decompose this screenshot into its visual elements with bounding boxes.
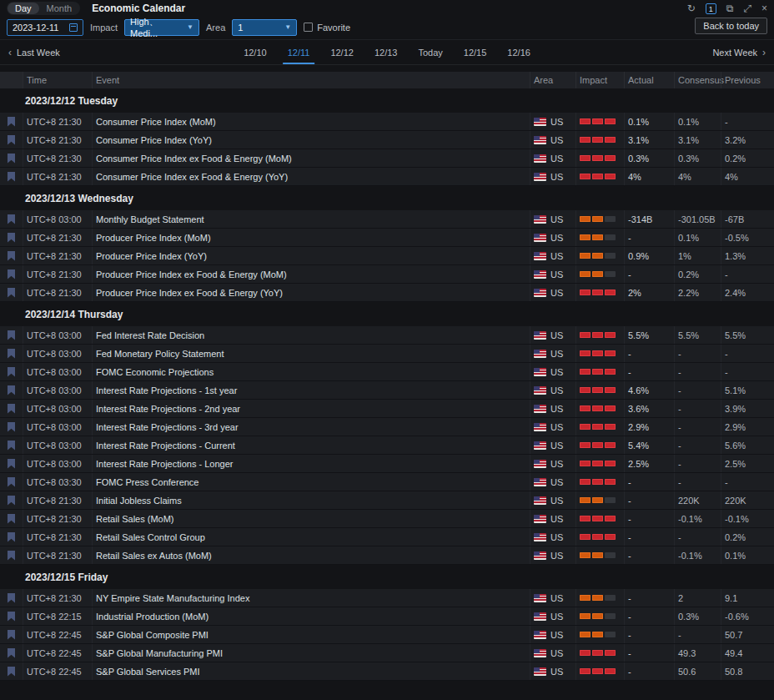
event-row[interactable]: UTC+8 22:45 S&P Global Services PMI US -… bbox=[0, 662, 774, 681]
bookmark-icon[interactable] bbox=[8, 367, 15, 377]
event-row[interactable]: UTC+8 21:30 NY Empire State Manufacturin… bbox=[0, 589, 774, 607]
bookmark-icon[interactable] bbox=[8, 593, 15, 603]
expand-window-icon[interactable]: ⤢ bbox=[743, 3, 751, 13]
event-row[interactable]: UTC+8 03:00 FOMC Economic Projections US… bbox=[0, 363, 774, 381]
bookmark-icon[interactable] bbox=[8, 251, 15, 261]
week-day-tab[interactable]: 12/11 bbox=[288, 41, 310, 64]
impact-bar-red bbox=[592, 155, 603, 161]
layout-count-icon[interactable]: 1 bbox=[706, 3, 716, 14]
week-day-tab[interactable]: Today bbox=[418, 41, 442, 64]
area-filter-select[interactable]: 1 ▼ bbox=[232, 19, 297, 36]
bookmark-icon[interactable] bbox=[8, 551, 15, 561]
actual-value: -314B bbox=[624, 210, 674, 228]
previous-value: - bbox=[721, 473, 774, 491]
bookmark-icon[interactable] bbox=[8, 612, 15, 622]
event-row[interactable]: UTC+8 03:00 Fed Monetary Policy Statemen… bbox=[0, 345, 774, 363]
week-day-tab[interactable]: 12/13 bbox=[374, 41, 398, 64]
impact-filter-select[interactable]: High、Medi... ▼ bbox=[124, 19, 199, 36]
favorite-checkbox[interactable] bbox=[304, 23, 313, 32]
bookmark-icon[interactable] bbox=[8, 532, 15, 542]
tab-month[interactable]: Month bbox=[39, 3, 80, 14]
event-row[interactable]: UTC+8 03:00 Fed Interest Rate Decision U… bbox=[0, 326, 774, 345]
bookmark-icon[interactable] bbox=[8, 154, 15, 164]
event-row[interactable]: UTC+8 21:30 Consumer Price Index (YoY) U… bbox=[0, 131, 774, 149]
bookmark-icon[interactable] bbox=[8, 648, 15, 658]
event-area: US bbox=[530, 455, 575, 472]
bookmark-icon[interactable] bbox=[8, 214, 15, 224]
event-row[interactable]: UTC+8 21:30 Retail Sales ex Autos (MoM) … bbox=[0, 546, 774, 565]
impact-bar-red bbox=[580, 442, 591, 448]
event-row[interactable]: UTC+8 03:00 Monthly Budget Statement US … bbox=[0, 210, 774, 229]
event-row[interactable]: UTC+8 21:30 Retail Sales Control Group U… bbox=[0, 528, 774, 546]
week-day-tab[interactable]: 12/16 bbox=[507, 41, 530, 64]
event-row[interactable]: UTC+8 21:30 Consumer Price Index ex Food… bbox=[0, 149, 774, 168]
event-row[interactable]: UTC+8 21:30 Producer Price Index ex Food… bbox=[0, 265, 774, 284]
bookmark-icon[interactable] bbox=[8, 441, 15, 451]
event-row[interactable]: UTC+8 03:00 Interest Rate Projections - … bbox=[0, 436, 774, 455]
bookmark-icon[interactable] bbox=[8, 496, 15, 506]
bookmark-icon[interactable] bbox=[8, 459, 15, 469]
event-name: Interest Rate Projections - Current bbox=[92, 436, 530, 454]
bookmark-icon[interactable] bbox=[8, 349, 15, 359]
event-row[interactable]: UTC+8 21:30 Consumer Price Index ex Food… bbox=[0, 168, 774, 186]
bookmark-icon[interactable] bbox=[8, 135, 15, 145]
date-picker[interactable]: 2023-12-11 bbox=[7, 19, 83, 36]
week-day-tab[interactable]: 12/15 bbox=[464, 41, 487, 64]
previous-value: -0.1% bbox=[721, 510, 774, 527]
tab-day[interactable]: Day bbox=[8, 3, 39, 14]
close-icon[interactable]: × bbox=[761, 3, 767, 13]
bookmark-icon[interactable] bbox=[8, 330, 15, 340]
bookmark-icon[interactable] bbox=[8, 404, 15, 414]
event-row[interactable]: UTC+8 03:00 Interest Rate Projections - … bbox=[0, 381, 774, 400]
bookmark-icon[interactable] bbox=[8, 269, 15, 279]
bookmark-icon[interactable] bbox=[8, 233, 15, 243]
us-flag-icon bbox=[534, 136, 546, 144]
event-row[interactable]: UTC+8 21:30 Producer Price Index ex Food… bbox=[0, 284, 774, 302]
bookmark-cell bbox=[0, 326, 23, 344]
next-week-button[interactable]: Next Week › bbox=[712, 47, 766, 58]
area-code: US bbox=[550, 551, 563, 561]
back-to-today-button[interactable]: Back to today bbox=[695, 18, 767, 34]
impact-bar-red bbox=[592, 405, 603, 411]
refresh-icon[interactable]: ↻ bbox=[687, 3, 696, 13]
event-row[interactable]: UTC+8 03:00 Interest Rate Projections - … bbox=[0, 418, 774, 436]
impact-bar-gray bbox=[605, 253, 616, 259]
event-row[interactable]: UTC+8 22:45 S&P Global Manufacturing PMI… bbox=[0, 644, 774, 662]
impact-indicator bbox=[580, 613, 616, 619]
consensus-value: - bbox=[674, 473, 721, 491]
bookmark-icon[interactable] bbox=[8, 422, 15, 432]
impact-bar-red bbox=[605, 387, 616, 393]
week-day-tab[interactable]: 12/10 bbox=[244, 41, 267, 64]
event-row[interactable]: UTC+8 21:30 Initial Jobless Claims US - … bbox=[0, 491, 774, 510]
event-row[interactable]: UTC+8 21:30 Producer Price Index (YoY) U… bbox=[0, 247, 774, 265]
event-row[interactable]: UTC+8 03:30 FOMC Press Conference US - -… bbox=[0, 473, 774, 491]
impact-bar-red bbox=[605, 405, 616, 411]
event-row[interactable]: UTC+8 21:30 Retail Sales (MoM) US - -0.1… bbox=[0, 510, 774, 528]
bookmark-icon[interactable] bbox=[8, 172, 15, 182]
event-name: Producer Price Index ex Food & Energy (M… bbox=[92, 265, 530, 283]
event-row[interactable]: UTC+8 03:00 Interest Rate Projections - … bbox=[0, 400, 774, 418]
previous-value: 1.3% bbox=[721, 247, 774, 264]
event-row[interactable]: UTC+8 22:15 Industrial Production (MoM) … bbox=[0, 607, 774, 626]
impact-bar-red bbox=[605, 137, 616, 143]
bookmark-icon[interactable] bbox=[8, 117, 15, 127]
bookmark-icon[interactable] bbox=[8, 477, 15, 487]
bookmark-icon[interactable] bbox=[8, 667, 15, 677]
bookmark-icon[interactable] bbox=[8, 630, 15, 640]
bookmark-icon[interactable] bbox=[8, 288, 15, 298]
restore-window-icon[interactable]: ⧉ bbox=[726, 3, 734, 13]
last-week-button[interactable]: ‹ Last Week bbox=[8, 47, 60, 58]
event-row[interactable]: UTC+8 21:30 Producer Price Index (MoM) U… bbox=[0, 229, 774, 247]
impact-bar-red bbox=[592, 350, 603, 356]
event-row[interactable]: UTC+8 03:00 Interest Rate Projections - … bbox=[0, 455, 774, 473]
area-code: US bbox=[550, 593, 563, 603]
event-row[interactable]: UTC+8 21:30 Consumer Price Index (MoM) U… bbox=[0, 113, 774, 131]
week-day-tab[interactable]: 12/12 bbox=[330, 41, 354, 64]
bookmark-icon[interactable] bbox=[8, 514, 15, 524]
event-impact-cell bbox=[575, 284, 624, 301]
event-name: Industrial Production (MoM) bbox=[92, 607, 530, 625]
event-row[interactable]: UTC+8 22:45 S&P Global Composite PMI US … bbox=[0, 626, 774, 644]
impact-bar-orange bbox=[580, 497, 591, 503]
bookmark-cell bbox=[0, 436, 23, 454]
bookmark-icon[interactable] bbox=[8, 385, 15, 395]
